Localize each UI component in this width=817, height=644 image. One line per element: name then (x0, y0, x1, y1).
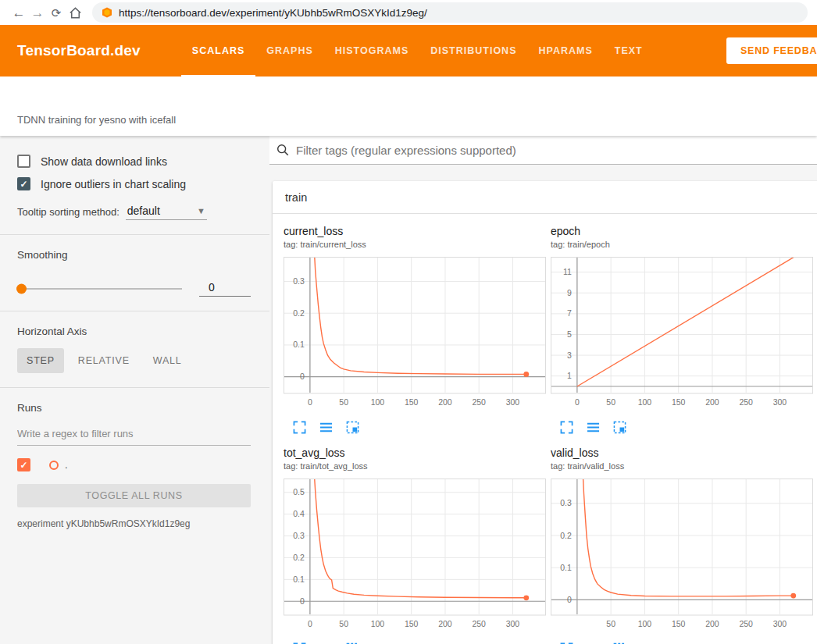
fit-domain-icon[interactable] (346, 421, 359, 434)
svg-text:50: 50 (339, 619, 348, 628)
svg-text:0: 0 (300, 372, 305, 381)
main-area: Show data download links ✓ Ignore outlie… (0, 136, 817, 644)
svg-text:50: 50 (339, 397, 348, 407)
send-feedback-button[interactable]: SEND FEEDBACK (726, 37, 817, 64)
run-name: . (65, 459, 68, 471)
svg-text:200: 200 (705, 619, 719, 628)
address-bar[interactable]: https://tensorboard.dev/experiment/yKUbh… (92, 2, 808, 23)
svg-text:0: 0 (308, 619, 312, 628)
back-icon[interactable]: ← (9, 6, 28, 20)
axis-step-button[interactable]: STEP (17, 348, 64, 373)
runs-list-icon[interactable] (587, 421, 600, 434)
svg-text:0.2: 0.2 (293, 553, 305, 562)
svg-text:3: 3 (567, 350, 572, 360)
svg-text:250: 250 (739, 619, 753, 628)
app-header: TensorBoard.dev SCALARS GRAPHS HISTOGRAM… (0, 25, 817, 76)
toggle-all-runs-button[interactable]: TOGGLE ALL RUNS (17, 484, 251, 507)
scalars-content: train current_loss tag: train/current_lo… (269, 136, 817, 644)
svg-text:150: 150 (672, 619, 686, 628)
svg-text:9: 9 (567, 288, 572, 297)
brand-logo[interactable]: TensorBoard.dev (17, 42, 141, 59)
tab-scalars[interactable]: SCALARS (181, 25, 255, 76)
svg-text:5: 5 (567, 329, 572, 339)
checkbox-label: Show data download links (41, 155, 167, 168)
svg-text:250: 250 (472, 619, 486, 628)
chart-tag: tag: train/epoch (551, 240, 816, 249)
url-text: https://tensorboard.dev/experiment/yKUbh… (119, 7, 427, 19)
chart-title: tot_avg_loss (284, 447, 549, 459)
show-download-links-checkbox-row[interactable]: Show data download links (17, 155, 251, 168)
chart-actions (284, 421, 549, 434)
tag-filter-row (269, 136, 817, 165)
chart-card-valid-loss: valid_loss tag: train/valid_loss 00.10.2… (551, 447, 816, 644)
line-chart-current-loss[interactable]: 00.10.20.3050100150200250300 (284, 257, 549, 413)
ignore-outliers-checkbox-row[interactable]: ✓ Ignore outliers in chart scaling (17, 177, 251, 190)
chart-tag: tag: train/tot_avg_loss (284, 461, 549, 471)
divider (0, 311, 269, 311)
run-color-circle-icon (49, 461, 59, 470)
settings-sidebar: Show data download links ✓ Ignore outlie… (0, 136, 269, 644)
tensorboard-favicon (102, 7, 112, 18)
expand-icon[interactable] (560, 421, 573, 434)
runs-filter-input[interactable] (17, 423, 251, 446)
chart-actions (551, 421, 816, 434)
svg-text:0.2: 0.2 (293, 308, 305, 318)
line-chart-epoch[interactable]: 1357911050100150200250300 (551, 257, 816, 413)
forward-icon[interactable]: → (28, 6, 47, 20)
svg-text:150: 150 (405, 619, 419, 628)
tab-histograms[interactable]: HISTOGRAMS (324, 25, 420, 76)
horizontal-axis-buttons: STEP RELATIVE WALL (17, 348, 251, 373)
section-header-train[interactable]: train (273, 181, 817, 214)
svg-text:150: 150 (672, 397, 686, 407)
main-nav: SCALARS GRAPHS HISTOGRAMS DISTRIBUTIONS … (181, 25, 654, 76)
run-checkbox-checked-icon[interactable]: ✓ (17, 458, 30, 471)
tab-text[interactable]: TEXT (604, 25, 654, 76)
line-chart-tot-avg-loss[interactable]: 00.10.20.30.40.5050100150200250300 (284, 479, 549, 635)
tooltip-sorting-row: Tooltip sorting method: default ▼ (17, 205, 251, 220)
run-list-item[interactable]: ✓ . (17, 458, 251, 471)
svg-text:0.2: 0.2 (560, 531, 572, 540)
smoothing-label: Smoothing (17, 249, 251, 261)
tab-hparams[interactable]: HPARAMS (528, 25, 604, 76)
chart-card-tot-avg-loss: tot_avg_loss tag: train/tot_avg_loss 00.… (284, 447, 549, 644)
svg-text:0.1: 0.1 (293, 575, 305, 584)
axis-wall-button[interactable]: WALL (144, 348, 191, 373)
checkbox-unchecked-icon[interactable] (17, 155, 30, 168)
search-icon (276, 143, 290, 157)
checkbox-checked-icon[interactable]: ✓ (17, 177, 30, 190)
browser-chrome: ← → ⟳ https://tensorboard.dev/experiment… (0, 0, 817, 25)
svg-text:250: 250 (472, 397, 486, 407)
svg-text:250: 250 (739, 397, 753, 407)
divider (0, 234, 269, 235)
svg-text:300: 300 (506, 397, 520, 407)
tooltip-sorting-select[interactable]: default ▼ (126, 205, 207, 220)
chart-tag: tag: train/valid_loss (551, 461, 816, 471)
reload-icon[interactable]: ⟳ (47, 7, 66, 19)
horizontal-axis-label: Horizontal Axis (17, 326, 251, 337)
runs-list-icon[interactable] (319, 421, 333, 434)
line-chart-valid-loss[interactable]: 00.10.20.350100150200250300 (551, 479, 816, 635)
smoothing-value-field[interactable]: 0 (199, 281, 251, 297)
fit-domain-icon[interactable] (613, 421, 626, 434)
smoothing-slider[interactable] (17, 288, 182, 290)
svg-text:300: 300 (773, 619, 787, 628)
runs-label: Runs (17, 402, 251, 414)
checkbox-label: Ignore outliers in chart scaling (41, 178, 186, 190)
slider-thumb[interactable] (16, 284, 27, 294)
tag-filter-input[interactable] (296, 144, 817, 157)
tab-graphs[interactable]: GRAPHS (255, 25, 323, 76)
svg-text:150: 150 (405, 397, 419, 407)
svg-text:0.3: 0.3 (293, 531, 305, 540)
home-icon[interactable] (66, 5, 84, 20)
selected-option: default (127, 205, 160, 217)
chart-title: current_loss (284, 225, 549, 237)
svg-text:100: 100 (371, 397, 385, 407)
svg-text:0.3: 0.3 (560, 498, 572, 507)
svg-text:50: 50 (606, 619, 615, 628)
svg-text:0: 0 (575, 397, 580, 407)
expand-icon[interactable] (293, 421, 306, 434)
svg-text:200: 200 (438, 397, 452, 407)
chart-card-current-loss: current_loss tag: train/current_loss 00.… (284, 225, 549, 434)
tab-distributions[interactable]: DISTRIBUTIONS (419, 25, 527, 76)
axis-relative-button[interactable]: RELATIVE (69, 348, 139, 373)
